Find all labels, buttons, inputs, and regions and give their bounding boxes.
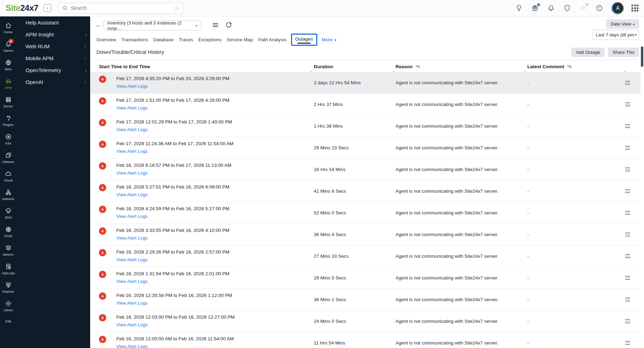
panel-item-mobile-apm[interactable]: Mobile APM+ <box>16 52 90 64</box>
outage-reason: Agent is not communicating with Site24x7… <box>396 332 527 348</box>
table-row: Feb 17, 2026 4:35:20 PM to Feb 20, 2026 … <box>90 72 641 94</box>
megaphone-icon[interactable] <box>579 4 587 12</box>
panel-item-opentelemetry[interactable]: OpenTelemetry› <box>16 64 90 76</box>
search-box[interactable] <box>58 3 183 14</box>
column-start-end-time[interactable]: Start Time to End Time <box>99 64 314 69</box>
refresh-button[interactable] <box>225 21 232 30</box>
row-menu-icon[interactable] <box>625 319 630 323</box>
tab-outages[interactable]: Outages <box>295 36 313 42</box>
view-alert-logs-link[interactable]: View Alert Logs <box>116 105 147 111</box>
lightbulb-icon[interactable] <box>515 4 523 12</box>
tab-path-analysis[interactable]: Path Analysis <box>258 37 287 42</box>
panel-item-web-rum[interactable]: Web RUM+ <box>16 40 90 52</box>
chevron-right-icon: › <box>85 67 87 73</box>
view-alert-logs-link[interactable]: View Alert Logs <box>116 170 147 176</box>
row-menu-icon[interactable] <box>625 102 630 106</box>
panel-item-help-assistant[interactable]: Help Assistant <box>16 16 90 28</box>
rail-item-network[interactable]: Network <box>0 187 16 203</box>
rail-item-cloud[interactable]: Cloud <box>0 168 16 184</box>
rail-item-plugins[interactable]: Plugins <box>0 113 16 128</box>
outages-tab-highlight-box: Outages <box>291 34 317 46</box>
outage-reason: Agent is not communicating with Site24x7… <box>396 159 527 180</box>
column-latest-comment[interactable]: Latest Comment <box>527 64 611 69</box>
view-alert-logs-link[interactable]: View Alert Logs <box>116 214 147 219</box>
scrollbar-thumb[interactable] <box>641 47 643 67</box>
outage-time-range: Feb 16, 2026 3:33:55 PM to Feb 16, 2026 … <box>116 228 314 233</box>
bell-icon[interactable] <box>547 4 555 12</box>
tab-overview[interactable]: Overview <box>96 37 116 42</box>
time-range-select[interactable]: Last 7 days (till yes ▾ <box>592 30 639 40</box>
rail-item-reports[interactable]: Reports <box>0 279 16 295</box>
apps-grid-icon[interactable] <box>631 5 638 12</box>
rail-item-k8s[interactable]: K8s <box>0 131 16 147</box>
metrics-icon <box>5 244 12 251</box>
rail-item-sdn[interactable]: SDN <box>0 205 16 221</box>
view-alert-logs-link[interactable]: View Alert Logs <box>116 322 147 327</box>
outage-time-range: Feb 16, 2026 2:29:26 PM to Feb 16, 2026 … <box>116 249 314 255</box>
view-alert-logs-link[interactable]: View Alert Logs <box>116 149 147 154</box>
date-view-button[interactable]: Date View▾ <box>606 19 639 29</box>
panel-item-openai[interactable]: OpenAI+ <box>16 76 90 88</box>
view-alert-logs-link[interactable]: View Alert Logs <box>116 344 147 348</box>
top-header: Site24x7 ‹ ? <box>0 0 644 16</box>
outage-time-range: Feb 17, 2026 1:51:00 PM to Feb 17, 2026 … <box>116 98 314 103</box>
user-avatar[interactable] <box>612 2 624 14</box>
view-alert-logs-link[interactable]: View Alert Logs <box>116 279 147 284</box>
shield-icon[interactable] <box>563 4 571 12</box>
rail-item-server[interactable]: Server <box>0 94 16 110</box>
tab-exceptions[interactable]: Exceptions <box>198 37 222 42</box>
add-outage-button[interactable]: Add Outage <box>571 48 605 57</box>
row-menu-icon[interactable] <box>625 146 630 150</box>
help-icon[interactable]: ? <box>595 4 603 12</box>
row-menu-icon[interactable] <box>625 189 630 193</box>
view-alert-logs-link[interactable]: View Alert Logs <box>116 257 147 262</box>
tab-more[interactable]: More▼ <box>322 37 337 42</box>
back-button[interactable]: ← <box>95 21 102 29</box>
monitor-select[interactable]: inventory (3 hosts and 3 instances (2 su… <box>103 21 201 30</box>
cloud-icon <box>5 170 12 177</box>
row-menu-icon[interactable] <box>625 254 630 258</box>
panel-collapse-button[interactable]: ‹ <box>44 4 51 12</box>
panel-item-apm-insight[interactable]: APM Insight› <box>16 28 90 40</box>
rail-item-home[interactable]: Home <box>0 20 16 36</box>
rail-item-web[interactable]: Web <box>0 57 16 73</box>
row-menu-icon[interactable] <box>625 276 630 280</box>
view-alert-logs-link[interactable]: View Alert Logs <box>116 300 147 306</box>
view-alert-logs-link[interactable]: View Alert Logs <box>116 127 147 132</box>
clear-search-icon[interactable] <box>174 6 180 11</box>
row-menu-icon[interactable] <box>625 211 630 215</box>
rail-item-applogs[interactable]: AppLogs <box>0 261 16 277</box>
view-alert-logs-link[interactable]: View Alert Logs <box>116 84 147 89</box>
column-reason[interactable]: Reason <box>396 64 527 69</box>
list-menu-button[interactable] <box>212 21 219 30</box>
tab-service-map[interactable]: Service Map <box>227 37 253 42</box>
rail-item-apm[interactable]: APM <box>0 76 16 91</box>
rail-item-alarms[interactable]: 6Alarms <box>0 38 16 54</box>
rail-item-admin[interactable]: Admin <box>0 298 16 314</box>
row-menu-icon[interactable] <box>625 341 630 345</box>
row-menu-icon[interactable] <box>625 81 630 85</box>
row-menu-icon[interactable] <box>625 298 630 301</box>
row-menu-icon[interactable] <box>625 124 630 128</box>
rail-item-edit[interactable]: Edit <box>0 317 16 325</box>
svg-text:?: ? <box>598 6 600 10</box>
outage-comment: - <box>527 289 611 310</box>
rail-item-vmware[interactable]: VMware <box>0 150 16 165</box>
tab-database[interactable]: Database <box>153 37 174 42</box>
row-menu-icon[interactable] <box>625 168 630 171</box>
tab-transactions[interactable]: Transactions <box>121 37 148 42</box>
row-menu-icon[interactable] <box>625 233 630 236</box>
view-alert-logs-link[interactable]: View Alert Logs <box>116 235 147 241</box>
search-input[interactable] <box>71 5 172 11</box>
outage-comment: - <box>527 94 611 115</box>
filter-sort-icon[interactable] <box>567 64 572 69</box>
share-this-button[interactable]: Share This <box>608 48 639 57</box>
column-duration[interactable]: Duration <box>314 64 396 69</box>
tab-traces[interactable]: Traces <box>179 37 193 42</box>
view-alert-logs-link[interactable]: View Alert Logs <box>116 192 147 197</box>
site24x7-logo[interactable]: Site24x7 <box>6 3 38 13</box>
rail-item-rum[interactable]: RUM <box>0 224 16 240</box>
gift-icon[interactable] <box>531 4 539 12</box>
rail-item-metrics[interactable]: Metrics <box>0 242 16 258</box>
filter-sort-icon[interactable] <box>415 64 420 69</box>
